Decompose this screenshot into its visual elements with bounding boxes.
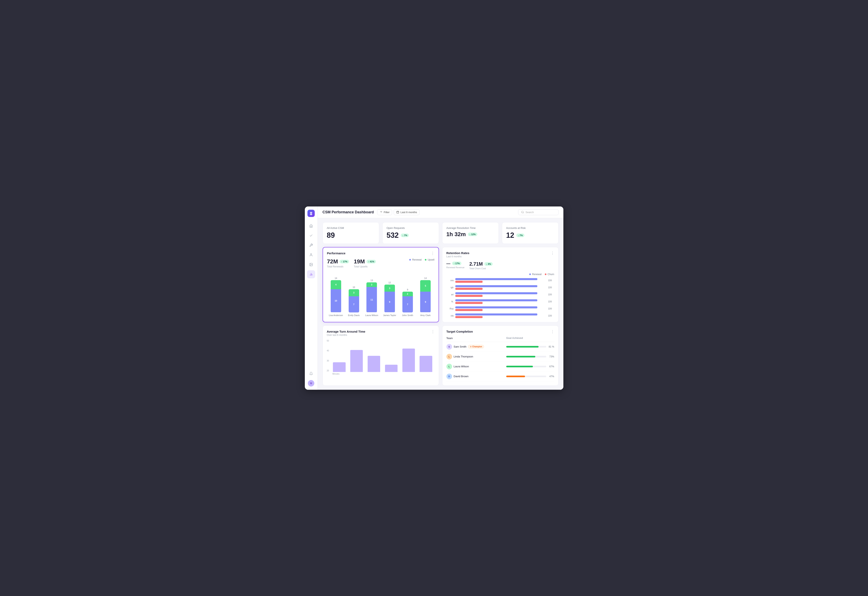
churn-cost-value: 2.71M ↓ 4% xyxy=(469,261,492,267)
stat-badge-1: ↓ 7% xyxy=(401,233,409,237)
sidebar-item-home[interactable] xyxy=(307,222,315,230)
svg-point-0 xyxy=(311,254,312,255)
team-avatar: D xyxy=(447,373,452,379)
total-renewals-label: Total Renewals xyxy=(327,265,349,268)
sidebar: U xyxy=(305,207,318,390)
ta-bar-group xyxy=(383,340,399,372)
date-range-label: Last 6 months xyxy=(400,211,417,214)
notifications-icon[interactable] xyxy=(307,370,315,378)
rates-menu[interactable]: ⋮ xyxy=(551,251,554,255)
team-name: Sam Smith xyxy=(454,345,467,348)
middle-row: Performance ⋮ 72M ↑ 17% Total Renewals xyxy=(322,247,559,322)
main-content: CSM Performance Dashboard Filter Last 6 … xyxy=(318,207,563,390)
horiz-bar-chart: ora220igh220ari220N.220Roy220ola220 xyxy=(447,278,554,318)
stat-badge-3: ↓ 7% xyxy=(516,233,524,237)
stat-label-1: Open Requests xyxy=(387,226,435,230)
churn-cost-label: Total Churn Cost xyxy=(469,267,492,270)
perf-bar-chart: 14410Lisa Anderson1037Emily Davis13211La… xyxy=(327,272,435,316)
legend-renewal-rates: Renewal xyxy=(529,273,541,276)
perf-metrics: 72M ↑ 17% Total Renewals 19M ↑ 41% Total… xyxy=(327,258,435,268)
champion-badge: ☆ Champion xyxy=(468,345,484,348)
search-placeholder: Search xyxy=(526,211,534,214)
target-pct: 67% xyxy=(546,365,554,368)
legend-renewal: Renewal xyxy=(409,258,421,261)
stat-value-3: 12 ↓ 7% xyxy=(506,231,554,240)
turnaround-menu[interactable]: ⋮ xyxy=(431,330,435,333)
target-pct: 47% xyxy=(546,375,554,378)
turnaround-x-label: Minutes xyxy=(327,373,435,375)
horiz-legend: Renewal Churn xyxy=(447,273,554,276)
turnaround-y-axis: 50 40 30 20 xyxy=(327,340,329,372)
progress-fill xyxy=(506,346,538,348)
target-completion-card: Target Completion ⋮ Team Goal Achieved S… xyxy=(442,326,559,386)
sidebar-item-users[interactable] xyxy=(307,251,315,259)
date-range-button[interactable]: Last 6 months xyxy=(394,209,420,215)
team-avatar: L xyxy=(447,354,452,360)
target-row: SSam Smith☆ Champion81 % xyxy=(447,342,554,352)
total-upsells-value: 19M ↑ 41% xyxy=(354,258,376,265)
target-pct: 73% xyxy=(546,355,554,358)
target-row: LLinda Thompson73% xyxy=(447,352,554,362)
legend-upsell: Upsell xyxy=(425,258,434,261)
perf-legend: Renewal Upsell xyxy=(409,258,434,261)
stat-value-1: 532 ↓ 7% xyxy=(387,231,435,240)
progress-fill xyxy=(506,366,533,367)
target-rows: SSam Smith☆ Champion81 %LLinda Thompson7… xyxy=(447,342,554,381)
stat-card-0: All Active CSM 89 xyxy=(322,222,379,244)
svg-rect-9 xyxy=(397,211,399,213)
stat-card-1: Open Requests 532 ↓ 7% xyxy=(382,222,439,244)
sidebar-item-charts[interactable] xyxy=(307,270,315,278)
team-name: Linda Thompson xyxy=(454,355,473,358)
target-table-header: Team Goal Achieved xyxy=(447,336,554,342)
horiz-bar-row: ora220 xyxy=(447,278,554,283)
perf-bar-group: 1239James Taylor xyxy=(382,272,397,316)
turnaround-title: Average Turn Around Time xyxy=(327,330,365,333)
rates-stats: — ↑ 17% Renewal Revenue 2.71M ↓ 4% Total… xyxy=(447,261,554,270)
user-avatar[interactable]: U xyxy=(308,380,314,387)
renewal-revenue-value: — ↑ 17% xyxy=(447,261,464,266)
target-row: DDavid Brown47% xyxy=(447,372,554,381)
target-table: Team Goal Achieved SSam Smith☆ Champion8… xyxy=(447,336,554,381)
rates-card: Retention Rates Last 6 months ⋮ — ↑ 17% … xyxy=(442,247,559,322)
performance-menu[interactable]: ⋮ xyxy=(431,251,435,255)
ta-bar-group xyxy=(366,340,382,372)
stat-label-2: Average Resolution Time xyxy=(447,226,494,230)
horiz-bar-row: Roy220 xyxy=(447,306,554,311)
turnaround-subtitle: Over last 6 months xyxy=(327,333,365,336)
performance-title: Performance xyxy=(327,251,346,255)
rates-subtitle: Last 6 months xyxy=(447,255,469,258)
target-menu[interactable]: ⋮ xyxy=(551,330,554,333)
horiz-bar-row: N.220 xyxy=(447,299,554,304)
stat-value-0: 89 xyxy=(327,231,375,240)
renewals-badge: ↑ 17% xyxy=(340,260,349,263)
horiz-bar-row: igh220 xyxy=(447,285,554,290)
sidebar-item-gallery[interactable] xyxy=(307,261,315,268)
team-name: Laura Wilson xyxy=(454,365,469,368)
turnaround-chart-wrapper: 50 40 30 20 xyxy=(327,340,435,372)
rates-title: Retention Rates xyxy=(447,251,469,255)
app-logo[interactable] xyxy=(308,210,315,217)
ta-bar-group xyxy=(401,340,417,372)
stat-badge-2: ↓ 12% xyxy=(468,233,477,236)
stat-label-3: Accounts at Risk xyxy=(506,226,554,230)
svg-point-13 xyxy=(521,211,523,213)
sidebar-item-check[interactable] xyxy=(307,232,315,240)
renewal-revenue-label: Renewal Revenue xyxy=(447,266,464,268)
stat-card-2: Average Resolution Time 1h 32m ↓ 12% xyxy=(442,222,499,244)
sidebar-item-tools[interactable] xyxy=(307,241,315,249)
stat-value-2: 1h 32m ↓ 12% xyxy=(447,231,494,238)
search-box[interactable]: Search xyxy=(518,209,559,215)
total-upsells-label: Total Upsells xyxy=(354,265,376,268)
renewal-revenue-badge: ↑ 17% xyxy=(452,261,461,265)
horiz-bar-row: ari220 xyxy=(447,292,554,297)
legend-churn-rates: Churn xyxy=(545,273,554,276)
stat-label-0: All Active CSM xyxy=(327,226,375,230)
perf-bar-group: 14410Lisa Anderson xyxy=(329,272,343,316)
stat-cards-row: All Active CSM 89 Open Requests 532 ↓ 7%… xyxy=(322,222,559,244)
filter-button[interactable]: Filter xyxy=(377,209,392,215)
perf-bar-group: 927John Smith xyxy=(400,272,415,316)
filter-label: Filter xyxy=(384,211,390,214)
target-row: LLaura Wilson67% xyxy=(447,362,554,372)
total-renewals-value: 72M ↑ 17% xyxy=(327,258,349,265)
svg-line-14 xyxy=(523,213,523,213)
